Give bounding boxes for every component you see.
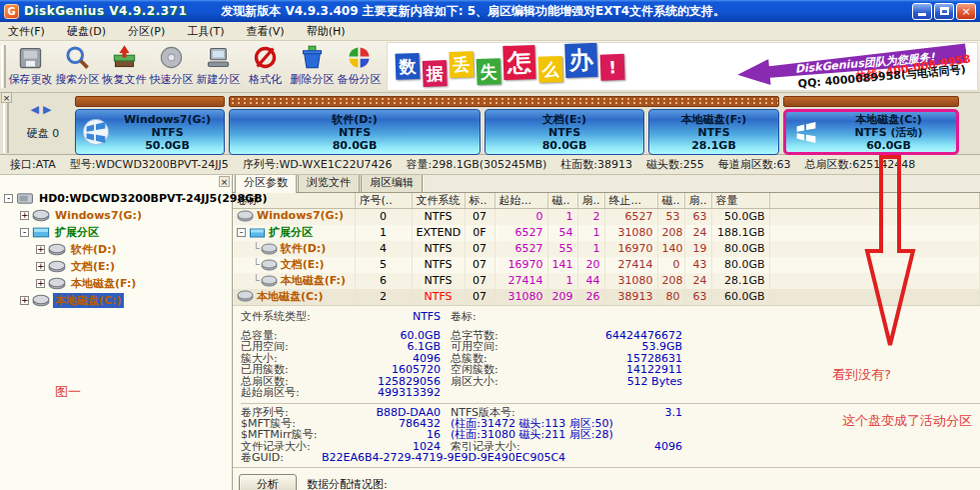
close-panel-icon[interactable]: ×	[1, 92, 12, 103]
column-header[interactable]: 标..	[465, 193, 494, 209]
partition-box[interactable]: 软件(D:)NTFS80.0GB	[229, 109, 481, 155]
expand-icon[interactable]: +	[36, 245, 45, 254]
partition-icon	[48, 277, 66, 290]
column-header[interactable]: 扇..	[577, 193, 604, 209]
menu-item-4[interactable]: 查看(V)	[247, 24, 285, 39]
cell-filesystem: NTFS	[412, 289, 465, 306]
panel-gripper[interactable]	[3, 101, 9, 153]
prev-disk-icon[interactable]: ◀	[31, 103, 43, 116]
column-header[interactable]: 文件系统	[412, 193, 465, 209]
cell-filesystem: NTFS	[412, 273, 465, 289]
delete-partition-icon	[299, 44, 326, 71]
table-row[interactable]: └文档(E:)5NTFS0716970141202741404380.0GB	[233, 257, 980, 273]
cell-end-head: 208	[657, 225, 684, 241]
column-header[interactable]: 序号(..	[355, 193, 412, 209]
column-header[interactable]: 终止...	[604, 193, 657, 209]
detail-value: 3.1	[665, 407, 683, 418]
toolbar-button-label: 备份分区	[338, 72, 382, 87]
table-row[interactable]: 本地磁盘(C:)2NTFS07310802092638913806360.0GB	[233, 289, 980, 306]
cell-start-head: 209	[547, 289, 577, 306]
cell-start-head: 1	[547, 273, 577, 289]
format-icon	[252, 44, 279, 71]
table-row[interactable]: Windows7(G:)0NTFS070126527536350.0GB	[233, 209, 980, 225]
cell-end-head: 0	[657, 257, 684, 273]
collapse-icon[interactable]: -	[20, 228, 29, 237]
partition-box[interactable]: Windows7(G:)NTFS50.0GB	[75, 109, 225, 155]
cell-seq: 4	[355, 241, 412, 257]
column-header[interactable]: 磁..	[657, 193, 684, 209]
detail-label: 可用空间:	[451, 341, 498, 353]
detail-label: 扇区大小:	[451, 376, 498, 388]
detail-label: 文件系统类型:	[241, 311, 311, 323]
analyze-button[interactable]: 分析	[239, 474, 297, 490]
new-partition-button[interactable]: 新建分区	[195, 41, 242, 92]
partition-box[interactable]: 本地磁盘(F:)NTFS28.1GB	[648, 109, 779, 155]
cell-start-sector: 1	[577, 225, 604, 241]
expand-icon[interactable]: +	[36, 262, 45, 271]
partition-type-strip	[229, 96, 779, 107]
disk-partition-panel: × ◀▶ 硬盘 0 Windows7(G:)NTFS50.0GB软件(D:)NT…	[0, 93, 980, 155]
backup-partition-button[interactable]: 备份分区	[336, 41, 383, 92]
banner-tile: 据	[423, 60, 448, 87]
tree-item[interactable]: +文档(E:)	[0, 258, 232, 275]
app-title: DiskGenius V4.9.2.371	[24, 4, 187, 18]
next-disk-icon[interactable]: ▶	[43, 103, 55, 116]
tree-item-label: 软件(D:)	[69, 242, 119, 257]
search-partition-button[interactable]: 搜索分区	[54, 41, 101, 92]
column-header[interactable]: 起始...	[494, 193, 547, 209]
minimize-button[interactable]	[912, 3, 932, 20]
detail-row: 起始扇区号:499313392	[241, 387, 980, 399]
tree-item[interactable]: +本地磁盘(F:)	[0, 275, 232, 292]
column-header[interactable]: 扇..	[684, 193, 711, 209]
tab-0[interactable]: 分区参数	[235, 175, 297, 193]
close-tree-icon[interactable]: ×	[219, 176, 230, 187]
collapse-icon[interactable]: -	[237, 228, 246, 237]
cell-tag: 07	[465, 273, 494, 289]
tree-item[interactable]: +软件(D:)	[0, 241, 232, 258]
menu-item-3[interactable]: 工具(T)	[187, 24, 224, 39]
partition-box[interactable]: 文档(E:)NTFS80.0GB	[485, 109, 644, 155]
tree-item[interactable]: -扩展分区	[0, 224, 232, 241]
expand-icon[interactable]: +	[36, 279, 45, 288]
tree-item[interactable]: +Windows7(G:)	[0, 207, 232, 224]
cell-start-cylinder: 6527	[494, 241, 547, 257]
cell-capacity: 188.1GB	[711, 225, 769, 241]
table-row[interactable]: └本地磁盘(F:)6NTFS0727414144310802082428.1GB	[233, 273, 980, 289]
tree-item[interactable]: +本地磁盘(C:)	[0, 292, 232, 309]
partition-box-label: 本地磁盘(C:)NTFS (活动)60.0GB	[821, 113, 956, 152]
tree-item[interactable]: -HD0:WDCWD3200BPVT-24JJ5(298GB)	[0, 190, 232, 207]
quick-partition-button[interactable]: 快速分区	[148, 41, 195, 92]
recover-files-button[interactable]: 恢复文件	[101, 41, 148, 92]
cell-capacity: 28.1GB	[711, 273, 769, 289]
cell-end-sector: 63	[684, 289, 711, 306]
banner-arrow-area: DiskGenius团队为您服务! 热线: 400-008-9958 QQ: 4…	[724, 42, 977, 91]
cell-filler	[769, 241, 980, 257]
recover-files-icon	[111, 44, 138, 71]
format-button[interactable]: 格式化	[242, 41, 289, 92]
tab-2[interactable]: 扇区编辑	[361, 175, 423, 192]
partition-icon	[32, 209, 50, 222]
close-button[interactable]: ×	[956, 3, 976, 20]
expand-icon[interactable]: +	[20, 296, 29, 305]
menu-item-0[interactable]: 文件(F)	[8, 24, 45, 39]
column-header[interactable]: 磁..	[547, 193, 577, 209]
expand-icon[interactable]: +	[20, 211, 29, 220]
table-row[interactable]: -扩展分区1EXTEND0F65275413108020824188.1GB	[233, 225, 980, 241]
partition-box[interactable]: 本地磁盘(C:)NTFS (活动)60.0GB	[783, 109, 959, 155]
delete-partition-button[interactable]: 删除分区	[289, 41, 336, 92]
menu-item-5[interactable]: 帮助(H)	[307, 24, 346, 39]
toolbar-gripper[interactable]	[1, 45, 6, 88]
collapse-icon[interactable]: -	[4, 194, 13, 203]
tab-1[interactable]: 浏览文件	[298, 175, 360, 192]
table-row[interactable]: └软件(D:)4NTFS076527551169701401980.0GB	[233, 241, 980, 257]
menu-item-2[interactable]: 分区(P)	[128, 24, 165, 39]
tree-item-label: HD0:WDCWD3200BPVT-24JJ5(298GB)	[37, 192, 270, 205]
cell-start-head: 1	[547, 209, 577, 225]
maximize-button[interactable]	[934, 3, 954, 20]
menu-item-1[interactable]: 硬盘(D)	[67, 24, 106, 39]
save-button[interactable]: 保存更改	[7, 41, 54, 92]
column-header[interactable]: 容量	[711, 193, 769, 209]
tree-item-label: 扩展分区	[53, 225, 101, 240]
partition-bar: Windows7(G:)NTFS50.0GB软件(D:)NTFS80.0GB文档…	[75, 95, 959, 155]
cell-end-cylinder: 31080	[604, 273, 657, 289]
